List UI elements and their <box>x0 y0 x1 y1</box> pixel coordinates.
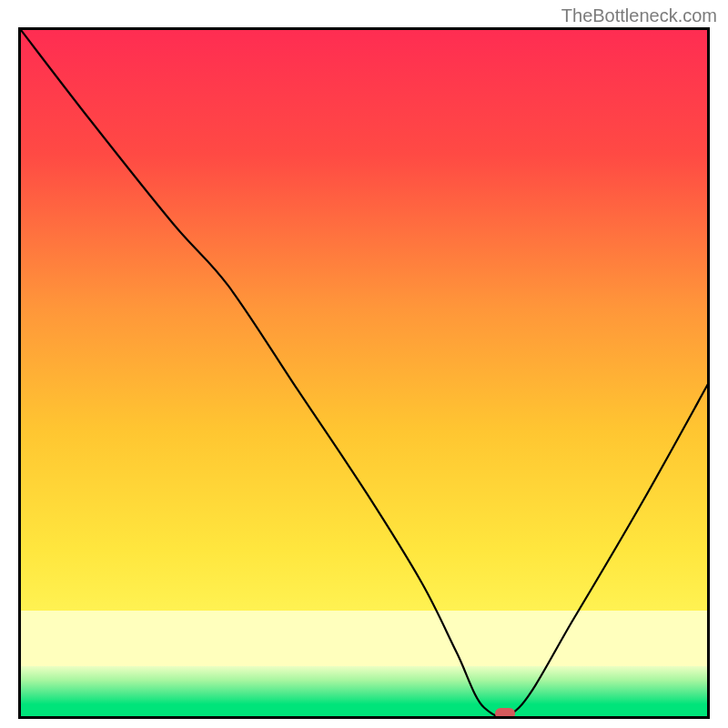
chart-container: TheBottleneck.com <box>0 0 728 728</box>
optimal-point-marker <box>495 708 515 719</box>
plot-area <box>18 27 710 719</box>
curve-layer <box>21 30 710 719</box>
attribution-watermark: TheBottleneck.com <box>561 5 717 26</box>
bottleneck-curve <box>21 30 710 717</box>
